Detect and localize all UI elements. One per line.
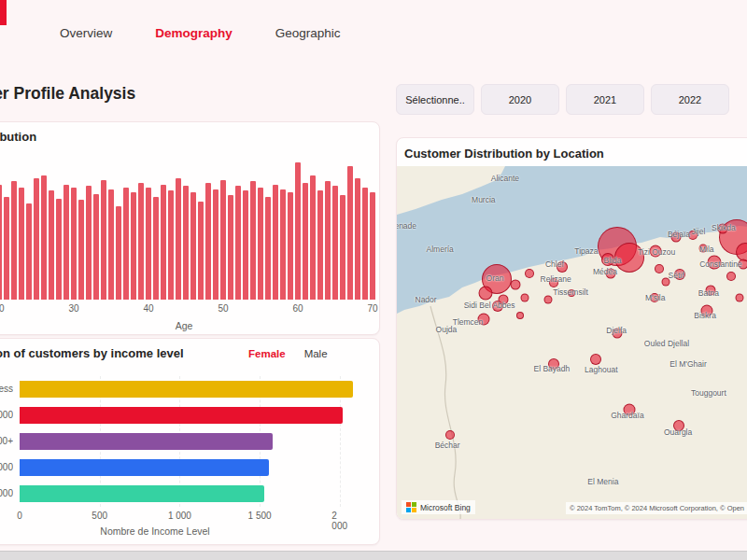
age-bar-46[interactable] bbox=[190, 192, 196, 300]
map[interactable]: AlicanteMurciaenadeAlmeríaNadorOujdaTlem… bbox=[397, 166, 747, 519]
map-bubble[interactable] bbox=[706, 286, 716, 296]
map-bubble[interactable] bbox=[590, 354, 601, 365]
tab-overview[interactable]: Overview bbox=[60, 26, 112, 40]
income-bar-100-000[interactable] bbox=[20, 433, 273, 450]
map-bubble[interactable] bbox=[726, 272, 736, 281]
age-bar-42[interactable] bbox=[161, 185, 166, 300]
age-bar-25[interactable] bbox=[34, 178, 39, 300]
map-bubble[interactable] bbox=[548, 358, 559, 370]
age-bar-58[interactable] bbox=[280, 189, 286, 300]
age-bar-38[interactable] bbox=[131, 192, 136, 300]
age-bar-54[interactable] bbox=[250, 181, 256, 300]
map-bubble[interactable] bbox=[544, 295, 553, 303]
age-bar-68[interactable] bbox=[355, 178, 360, 300]
age-bar-60[interactable] bbox=[295, 162, 301, 300]
age-bar-53[interactable] bbox=[243, 190, 248, 300]
income-bar-60-000-80-000[interactable] bbox=[20, 459, 269, 476]
map-bubble[interactable] bbox=[510, 279, 520, 289]
age-bar-29[interactable] bbox=[63, 185, 69, 300]
age-bar-21[interactable] bbox=[4, 197, 9, 300]
map-bubble[interactable] bbox=[650, 293, 659, 302]
age-bar-33[interactable] bbox=[93, 194, 99, 300]
map-bubble[interactable] bbox=[516, 312, 524, 319]
map-bubble[interactable] bbox=[708, 255, 722, 269]
age-bar-31[interactable] bbox=[78, 200, 84, 300]
age-bar-41[interactable] bbox=[153, 197, 159, 300]
age-bar-65[interactable] bbox=[332, 186, 338, 300]
age-bar-64[interactable] bbox=[325, 181, 331, 300]
map-bubble[interactable] bbox=[601, 253, 614, 266]
age-bar-36[interactable] bbox=[116, 206, 121, 300]
filter-button-s-lectionne[interactable]: Sélectionne.. bbox=[396, 84, 474, 115]
age-bar-37[interactable] bbox=[123, 188, 129, 300]
map-copyright-link[interactable]: © 2024 TomTom, © 2024 Microsoft Corporat… bbox=[566, 502, 747, 514]
income-bar-30-000-or-less[interactable] bbox=[20, 381, 353, 398]
map-bubble[interactable] bbox=[614, 243, 644, 273]
age-bar-62[interactable] bbox=[310, 175, 316, 300]
horizontal-scrollbar[interactable] bbox=[0, 551, 747, 560]
map-bubble[interactable] bbox=[673, 420, 684, 431]
map-bubble[interactable] bbox=[662, 277, 670, 286]
age-bar-49[interactable] bbox=[213, 189, 218, 300]
tab-geographic[interactable]: Geographic bbox=[275, 26, 341, 40]
map-bubble[interactable] bbox=[624, 404, 636, 416]
map-bubble[interactable] bbox=[492, 301, 503, 312]
age-bar-59[interactable] bbox=[288, 192, 293, 300]
map-bubble[interactable] bbox=[688, 231, 698, 240]
filter-button-2022[interactable]: 2022 bbox=[651, 84, 729, 115]
age-bar-67[interactable] bbox=[347, 166, 353, 300]
map-bubble[interactable] bbox=[557, 261, 568, 273]
map-bubble[interactable] bbox=[613, 329, 623, 339]
map-bubble[interactable] bbox=[478, 287, 492, 301]
age-bar-26[interactable] bbox=[41, 175, 47, 300]
age-bar-28[interactable] bbox=[56, 199, 62, 300]
map-bubble[interactable] bbox=[718, 224, 728, 234]
map-bubble[interactable] bbox=[671, 232, 682, 243]
map-bubble[interactable] bbox=[674, 269, 685, 280]
age-bar-32[interactable] bbox=[86, 186, 92, 300]
age-bar-24[interactable] bbox=[26, 203, 32, 300]
map-bubble[interactable] bbox=[445, 430, 455, 440]
age-bar-45[interactable] bbox=[183, 186, 189, 300]
age-bar-63[interactable] bbox=[317, 190, 323, 300]
age-bar-35[interactable] bbox=[108, 189, 114, 300]
income-bar-30-000-60-000[interactable] bbox=[20, 407, 343, 424]
age-bar-20[interactable] bbox=[0, 185, 2, 300]
age-bar-27[interactable] bbox=[49, 190, 54, 300]
age-bar-66[interactable] bbox=[340, 195, 345, 300]
age-bar-61[interactable] bbox=[303, 183, 308, 300]
age-bar-47[interactable] bbox=[198, 202, 204, 300]
age-bar-48[interactable] bbox=[205, 183, 211, 300]
map-bubble[interactable] bbox=[525, 269, 534, 278]
age-bar-69[interactable] bbox=[362, 188, 368, 300]
age-bar-40[interactable] bbox=[146, 188, 151, 300]
map-bubble[interactable] bbox=[700, 305, 712, 317]
filter-button-2020[interactable]: 2020 bbox=[481, 84, 559, 115]
age-bar-52[interactable] bbox=[235, 186, 241, 300]
map-bubble[interactable] bbox=[605, 268, 615, 278]
map-bubble[interactable] bbox=[699, 245, 708, 253]
map-bubble[interactable] bbox=[738, 259, 747, 269]
legend-item-male[interactable]: Male bbox=[304, 348, 328, 359]
map-bubble[interactable] bbox=[568, 289, 575, 297]
age-bar-50[interactable] bbox=[220, 180, 226, 300]
age-bar-56[interactable] bbox=[265, 197, 271, 300]
income-bar-80-000-100-000[interactable] bbox=[20, 485, 264, 502]
age-bar-51[interactable] bbox=[228, 195, 233, 300]
age-bar-22[interactable] bbox=[11, 181, 17, 300]
map-bubble[interactable] bbox=[477, 314, 489, 326]
age-bar-23[interactable] bbox=[19, 188, 24, 300]
age-bar-55[interactable] bbox=[258, 188, 263, 300]
age-bar-70[interactable] bbox=[370, 192, 375, 300]
age-bar-34[interactable] bbox=[101, 180, 106, 300]
age-bar-44[interactable] bbox=[176, 178, 181, 300]
tab-demography[interactable]: Demography bbox=[155, 26, 233, 40]
age-bar-30[interactable] bbox=[71, 188, 77, 300]
map-bubble[interactable] bbox=[736, 294, 744, 302]
map-bubble[interactable] bbox=[650, 245, 662, 258]
legend-item-female[interactable]: Female bbox=[248, 348, 286, 359]
map-bubble[interactable] bbox=[520, 293, 529, 301]
map-bubble[interactable] bbox=[549, 278, 558, 287]
filter-button-2021[interactable]: 2021 bbox=[566, 84, 644, 115]
age-bar-43[interactable] bbox=[168, 190, 174, 300]
